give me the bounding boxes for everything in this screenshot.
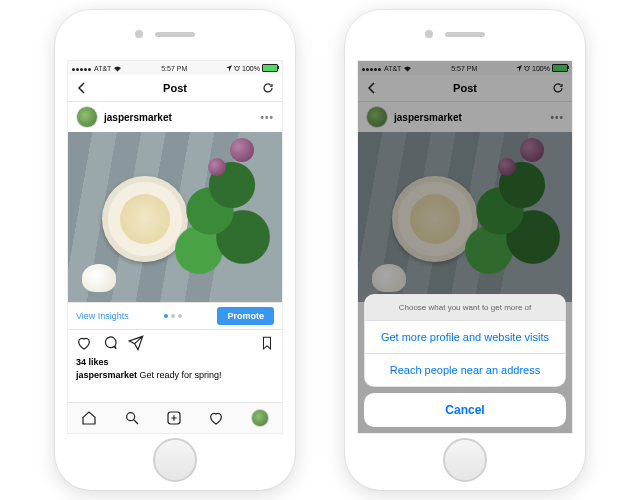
location-icon <box>226 65 232 72</box>
heart-icon[interactable] <box>76 335 92 351</box>
action-sheet-option-address[interactable]: Reach people near an address <box>365 354 565 386</box>
promote-button[interactable]: Promote <box>217 307 274 325</box>
clock-label: 5:57 PM <box>161 65 187 72</box>
view-insights-link[interactable]: View Insights <box>76 311 129 321</box>
home-tab-icon[interactable] <box>81 410 97 426</box>
likes-label[interactable]: 34 likes <box>76 356 274 369</box>
signal-icon <box>72 65 92 72</box>
phone-left: AT&T 5:57 PM 100% Post <box>55 10 295 490</box>
insights-bar: View Insights Promote <box>68 302 282 330</box>
more-icon[interactable]: ••• <box>260 112 274 123</box>
phone-right: AT&T 5:57 PM 100% Post <box>345 10 585 490</box>
action-sheet-title: Choose what you want to get more of <box>365 295 565 321</box>
action-sheet: Choose what you want to get more of Get … <box>364 294 566 427</box>
phone-speaker <box>445 32 485 37</box>
action-row <box>68 330 282 356</box>
action-sheet-option-visits[interactable]: Get more profile and website visits <box>365 321 565 354</box>
alarm-icon <box>234 65 240 71</box>
add-tab-icon[interactable] <box>166 410 182 426</box>
username-label[interactable]: jaspersmarket <box>104 112 172 123</box>
caption-user[interactable]: jaspersmarket <box>76 370 137 380</box>
comment-icon[interactable] <box>102 335 118 351</box>
screen: AT&T 5:57 PM 100% Post <box>357 60 573 434</box>
screen: AT&T 5:57 PM 100% Post <box>67 60 283 434</box>
bookmark-icon[interactable] <box>260 335 274 351</box>
image-onion <box>208 158 226 176</box>
nav-title: Post <box>163 82 187 94</box>
post-header: jaspersmarket ••• <box>68 102 282 132</box>
share-icon[interactable] <box>128 335 144 351</box>
home-button[interactable] <box>443 438 487 482</box>
nav-bar: Post <box>68 75 282 102</box>
tab-bar <box>68 402 282 433</box>
wifi-icon <box>113 65 122 72</box>
post-image[interactable] <box>68 132 282 302</box>
phone-speaker <box>155 32 195 37</box>
battery-pct: 100% <box>242 65 260 72</box>
action-sheet-cancel[interactable]: Cancel <box>364 393 566 427</box>
home-button[interactable] <box>153 438 197 482</box>
avatar[interactable] <box>76 106 98 128</box>
carousel-pager <box>164 314 182 318</box>
phone-camera <box>135 30 143 38</box>
refresh-icon[interactable] <box>262 82 274 94</box>
back-icon[interactable] <box>76 82 88 94</box>
svg-point-0 <box>235 67 239 71</box>
action-sheet-group: Choose what you want to get more of Get … <box>364 294 566 387</box>
svg-point-1 <box>126 413 134 421</box>
caption-text: Get ready for spring! <box>140 370 222 380</box>
status-bar: AT&T 5:57 PM 100% <box>68 61 282 75</box>
image-onion <box>230 138 254 162</box>
battery-icon <box>262 64 278 72</box>
search-tab-icon[interactable] <box>124 410 140 426</box>
phone-camera <box>425 30 433 38</box>
image-garlic <box>82 264 116 292</box>
activity-tab-icon[interactable] <box>208 410 224 426</box>
carrier-label: AT&T <box>94 65 111 72</box>
profile-tab-icon[interactable] <box>251 409 269 427</box>
caption-block: 34 likes jaspersmarket Get ready for spr… <box>68 356 282 381</box>
